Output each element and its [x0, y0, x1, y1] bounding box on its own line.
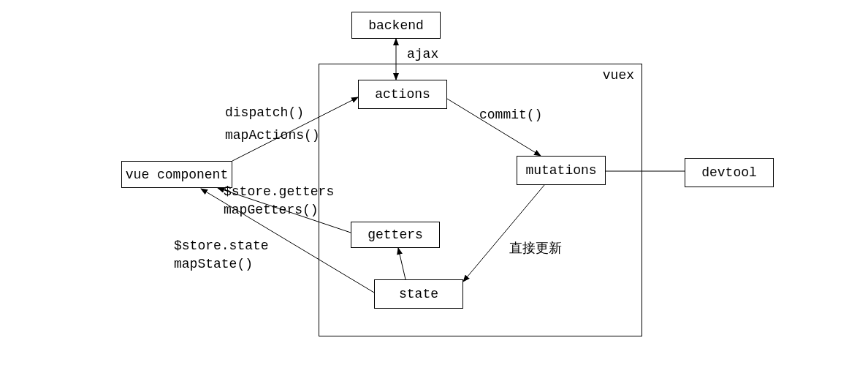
backend-label: backend [368, 18, 424, 33]
state-box: state [374, 279, 463, 309]
storestate-label: $store.state [174, 238, 269, 253]
devtool-box: devtool [685, 158, 774, 187]
vue-component-box: vue component [121, 161, 232, 188]
storegetters-label: $store.getters [224, 184, 334, 199]
directupdate-label: 直接更新 [509, 239, 562, 257]
dispatch-label: dispatch() [225, 105, 304, 120]
vue-component-label: vue component [126, 167, 228, 182]
getters-label: getters [368, 227, 423, 242]
actions-label: actions [375, 87, 430, 102]
devtool-label: devtool [701, 165, 757, 180]
getters-box: getters [351, 222, 440, 248]
commit-label: commit() [479, 108, 542, 122]
backend-box: backend [351, 12, 441, 39]
mapgetters-label: mapGetters() [224, 203, 319, 217]
mutations-label: mutations [525, 163, 596, 178]
actions-box: actions [358, 80, 447, 109]
mapstate-label: mapState() [174, 257, 253, 271]
mapactions-label: mapActions() [225, 128, 320, 143]
state-label: state [399, 287, 438, 301]
mutations-box: mutations [517, 156, 606, 185]
vuex-label: vuex [603, 68, 634, 83]
ajax-label: ajax [407, 47, 438, 61]
